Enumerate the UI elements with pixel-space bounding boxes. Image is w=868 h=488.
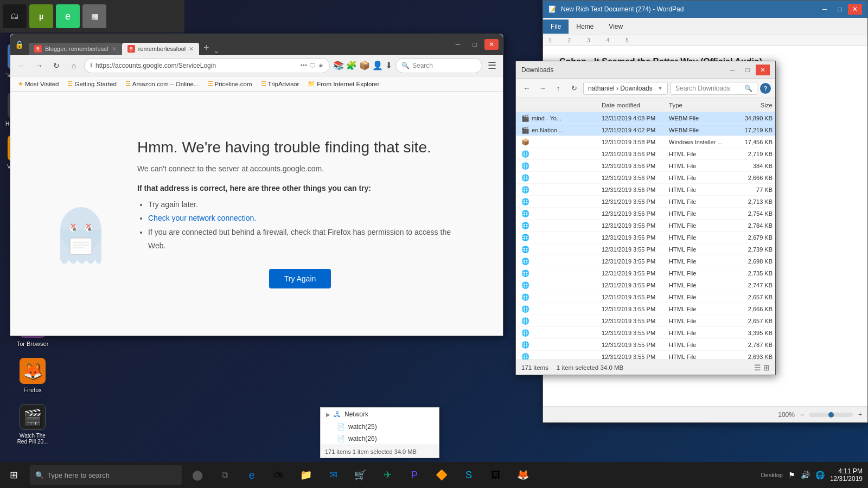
explorer-row[interactable]: 🌐 12/31/2019 3:55 PM HTML File 2,747 KB [516,279,775,291]
wordpad-zoom-out-button[interactable]: − [800,411,804,419]
desktop-icon-firefox[interactable]: 🦊 Firefox [5,358,60,393]
explorer-row[interactable]: 🎬 en Nation ... 12/31/2019 4:02 PM WEBM … [516,124,775,136]
network-tree-item[interactable]: ▶ 🖧 Network [321,408,439,421]
col-header-date[interactable]: Date modified [602,102,669,108]
start-button[interactable]: ⊞ [0,462,27,488]
taskbar-firefox-icon[interactable]: 🦊 [510,462,536,488]
wordpad-zoom-slider[interactable] [809,413,853,417]
explorer-row[interactable]: 🌐 12/31/2019 3:56 PM HTML File 2,719 KB [516,148,775,160]
explorer-detail-view-button[interactable]: ⊞ [763,363,770,372]
firefox-refresh-button[interactable]: ↻ [49,59,63,73]
evernote-icon[interactable]: e [56,4,80,28]
taskbar-vlc-icon[interactable]: 🔶 [429,462,455,488]
ribbon-tab-file[interactable]: File [543,20,569,34]
taskbar-volume-icon[interactable]: 🔊 [801,471,810,479]
firefox-tab-2[interactable]: B rememberlessfool ✕ [122,43,199,55]
try-again-button[interactable]: Try Again [269,269,331,288]
explorer-row[interactable]: 🌐 12/31/2019 3:56 PM HTML File 2,754 KB [516,208,775,220]
firefox-container-icon[interactable]: 📦 [359,60,370,70]
winstore-icon[interactable]: 🗂 [3,4,27,28]
taskbar-notification-icon[interactable]: ⚑ [788,471,795,479]
bookmark-from-ie[interactable]: 📁 From Internet Explorer [304,79,382,88]
bookmark-most-visited[interactable]: ★ Most Visited [15,79,62,88]
wordpad-minimize-button[interactable]: ─ [818,4,832,15]
firefox-back-button[interactable]: ← [15,59,29,73]
explorer-row[interactable]: 🌐 12/31/2019 3:56 PM HTML File 77 KB [516,184,775,196]
wordpad-maximize-button[interactable]: □ [833,4,847,15]
col-header-type[interactable]: Type [669,102,731,108]
taskbar-task-view-button[interactable]: ⧉ [212,462,238,488]
utorrent-icon[interactable]: µ [29,4,53,28]
firefox-close-button[interactable]: ✕ [484,39,499,50]
taskbar-mail-icon[interactable]: ✉ [320,462,346,488]
wordpad-close-button[interactable]: ✕ [848,4,862,15]
network-sub-item-watch25[interactable]: 📄 watch(25) [321,421,439,433]
explorer-row[interactable]: 🌐 12/31/2019 3:55 PM HTML File 2,787 KB [516,339,775,351]
explorer-close-button[interactable]: ✕ [756,65,770,75]
firefox-profile-icon[interactable]: 👤 [372,60,383,70]
ribbon-tab-view[interactable]: View [601,20,630,34]
firefox-shield-icon[interactable]: 🛡 [309,62,316,69]
taskbar-skype-icon[interactable]: S [456,462,482,488]
explorer-row[interactable]: 🌐 12/31/2019 3:55 PM HTML File 2,693 KB [516,351,775,359]
firefox-bookmark-star-icon[interactable]: ★ [318,62,324,69]
explorer-row[interactable]: 🌐 12/31/2019 3:55 PM HTML File 2,657 KB [516,291,775,303]
firefox-address-bar[interactable]: ℹ https://accounts.google.com/ServiceLog… [84,58,330,73]
firefox-menu-button[interactable]: ☰ [486,60,499,72]
firefox-maximize-button[interactable]: □ [468,39,482,50]
taskbar-protonmail-icon[interactable]: P [401,462,427,488]
explorer-search-box[interactable]: Search Downloads 🔍 [671,82,757,95]
taskbar-show-desktop-label[interactable]: Desktop [761,472,783,478]
taskbar-ie-icon[interactable]: e [239,462,265,488]
explorer-row[interactable]: 🌐 12/31/2019 3:56 PM HTML File 2,679 KB [516,232,775,243]
network-connection-link[interactable]: Check your network connection. [148,214,256,222]
explorer-row[interactable]: 🌐 12/31/2019 3:55 PM HTML File 2,666 KB [516,303,775,315]
explorer-help-button[interactable]: ? [760,83,771,94]
explorer-row[interactable]: 🎬 mind - Yo... 12/31/2019 4:08 PM WEBM F… [516,112,775,124]
bookmark-amazon[interactable]: ☰ Amazon.com – Online... [122,79,202,88]
firefox-menu-icon[interactable]: ••• [300,62,307,69]
gradient-icon[interactable]: ▦ [82,4,106,28]
bookmark-priceline[interactable]: ☰ Priceline.com [205,79,256,88]
explorer-list-view-button[interactable]: ☰ [754,363,761,372]
firefox-extensions-icon[interactable]: 🧩 [346,60,357,70]
firefox-home-button[interactable]: ⌂ [67,59,81,73]
explorer-row[interactable]: 🌐 12/31/2019 3:55 PM HTML File 2,735 KB [516,267,775,279]
explorer-row[interactable]: 📦 12/31/2019 3:58 PM Windows Installer .… [516,136,775,148]
explorer-row[interactable]: 🌐 12/31/2019 3:55 PM HTML File 2,698 KB [516,255,775,267]
explorer-breadcrumb[interactable]: nathaniel › Downloads ▼ [583,82,668,95]
explorer-row[interactable]: 🌐 12/31/2019 3:55 PM HTML File 2,657 KB [516,315,775,327]
firefox-tab1-close[interactable]: ✕ [112,46,117,53]
ribbon-tab-home[interactable]: Home [569,20,601,34]
bookmark-getting-started[interactable]: ☰ Getting Started [64,79,119,88]
explorer-row[interactable]: 🌐 12/31/2019 3:56 PM HTML File 2,666 KB [516,172,775,184]
firefox-forward-button[interactable]: → [32,59,46,73]
firefox-tab-overflow-button[interactable]: ⌄ [213,46,220,55]
explorer-row[interactable]: 🌐 12/31/2019 3:56 PM HTML File 2,784 KB [516,220,775,232]
taskbar-clock[interactable]: 4:11 PM 12/31/2019 [830,467,863,483]
taskbar-amazon-icon[interactable]: 🛒 [347,462,373,488]
firefox-new-tab-button[interactable]: + [199,41,213,55]
explorer-row[interactable]: 🌐 12/31/2019 3:56 PM HTML File 2,713 KB [516,196,775,208]
firefox-tab-1[interactable]: B Blogger: rememberlessf ✕ [29,43,122,55]
explorer-row[interactable]: 🌐 12/31/2019 3:56 PM HTML File 384 KB [516,160,775,172]
taskbar-explorer-icon[interactable]: 📁 [293,462,319,488]
firefox-minimize-button[interactable]: ─ [451,39,465,50]
explorer-forward-button[interactable]: → [536,82,549,95]
taskbar-store-icon[interactable]: 🛍 [266,462,292,488]
taskbar-cortana-button[interactable]: ⬤ [184,462,210,488]
explorer-row[interactable]: 🌐 12/31/2019 3:55 PM HTML File 3,395 KB [516,327,775,339]
firefox-library-icon[interactable]: 📚 [333,60,344,70]
wordpad-zoom-in-button[interactable]: + [858,411,862,419]
explorer-minimize-button[interactable]: ─ [725,65,739,75]
network-sub-item-watch26[interactable]: 📄 watch(26) [321,433,439,445]
taskbar-search-box[interactable]: 🔍 Type here to search [30,465,182,485]
firefox-download-icon[interactable]: ⬇ [385,60,392,70]
explorer-up-button[interactable]: ↑ [552,82,565,95]
explorer-row[interactable]: 🌐 12/31/2019 3:55 PM HTML File 2,739 KB [516,243,775,255]
firefox-tab2-close[interactable]: ✕ [189,46,194,53]
explorer-maximize-button[interactable]: □ [741,65,755,75]
taskbar-network-icon[interactable]: 🌐 [815,471,825,479]
bookmark-tripadvisor[interactable]: ☰ TripAdvisor [258,79,303,88]
firefox-search-box[interactable]: 🔍 Search [395,58,482,73]
